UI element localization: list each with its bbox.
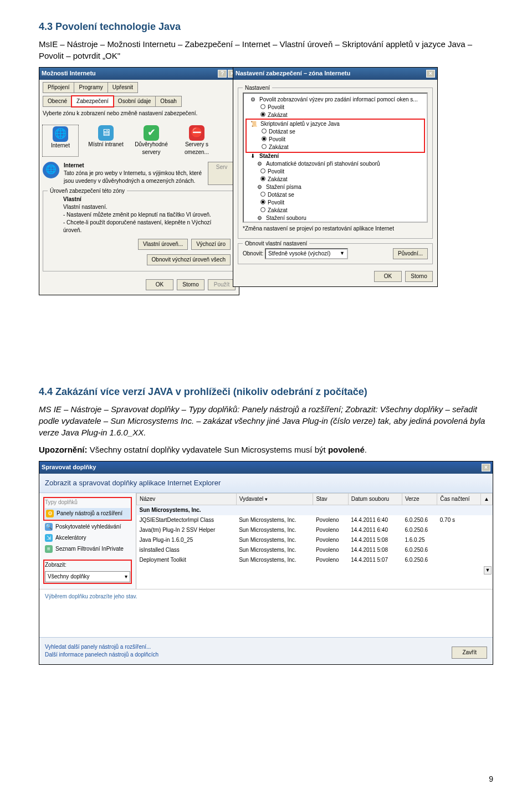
radio[interactable]: [260, 207, 265, 212]
radio[interactable]: [262, 144, 267, 149]
custom-level-button[interactable]: Vlastní úroveň...: [138, 239, 188, 250]
chevron-down-icon: ▼: [340, 250, 345, 257]
section-43-heading: 4.3 Povolení technologie Java: [39, 20, 493, 34]
close-icon[interactable]: ×: [482, 464, 490, 471]
radio[interactable]: [262, 129, 267, 134]
addons-table: Název Vydavatel ▾ Stav Datum souboru Ver…: [136, 493, 493, 565]
tab-programs[interactable]: Programy: [74, 82, 108, 93]
tabs-row-2: Obecné Zabezpečení Osobní údaje Obsah: [43, 96, 236, 106]
scroll-up-icon[interactable]: ▲: [481, 493, 493, 505]
titlebar: Nastavení zabezpečení – zóna Internetu ×: [233, 68, 437, 79]
col-name[interactable]: Název: [137, 493, 237, 505]
servers-button: Serv: [208, 162, 236, 185]
sidebar-item-inprivate[interactable]: ≡Seznam Filtrování InPrivate: [44, 543, 131, 555]
gear-icon: ⚙: [256, 184, 263, 191]
tab-advanced[interactable]: Upřesnit: [108, 82, 138, 93]
zone-internet[interactable]: 🌐 Internet: [43, 125, 78, 156]
check-icon: ✔: [144, 125, 159, 141]
settings-tree[interactable]: ⚙Povolit zobrazování výzev pro zadání in…: [243, 93, 428, 223]
sidebar-item-accel[interactable]: ⇲Akcelerátory: [44, 532, 131, 543]
addons-footer: Vyhledat další panely nástrojů a rozšíře…: [39, 637, 493, 664]
addons-sidebar: Typy doplňků ⚙Panely nástrojů a rozšířen…: [39, 493, 136, 589]
radio[interactable]: [260, 176, 265, 181]
addons-status-text: Výběrem doplňku zobrazíte jeho stav.: [39, 589, 493, 604]
close-icon[interactable]: ×: [426, 70, 435, 78]
table-row[interactable]: Java(tm) Plug-In 2 SSV HelperSun Microsy…: [137, 525, 493, 535]
sort-indicator-icon: ▾: [265, 496, 268, 502]
radio[interactable]: [260, 104, 265, 109]
table-row[interactable]: Java Plug-in 1.6.0_25Sun Microsystems, I…: [137, 535, 493, 545]
addons-list: Název Vydavatel ▾ Stav Datum souboru Ver…: [136, 493, 493, 589]
internet-options-dialog: Možnosti Internetu ? × Připojení Program…: [39, 67, 239, 295]
tab-connections[interactable]: Připojení: [43, 82, 74, 93]
more-info-link[interactable]: Další informace panelech nástrojů a dopl…: [45, 651, 158, 659]
cancel-button[interactable]: Storno: [405, 271, 433, 282]
apply-button: Použít: [208, 279, 236, 290]
dialog-composite: Možnosti Internetu ? × Připojení Program…: [39, 67, 493, 377]
zone-strip: 🌐 Internet 🖥 Místní intranet ✔ Důvěryhod…: [43, 125, 236, 156]
zone-description: 🌐 Internet Tato zóna je pro weby v Inter…: [43, 162, 236, 185]
level-desc-2: - Nastavení můžete změnit po klepnutí na…: [63, 211, 231, 219]
default-level-button[interactable]: Výchozí úro: [191, 239, 231, 250]
reset-legend: Obnovit vlastní nastavení: [243, 240, 309, 248]
dialog-title: Možnosti Internetu: [42, 69, 96, 78]
close-button[interactable]: Zavřít: [452, 647, 487, 659]
gear-icon: ⚙: [249, 96, 256, 103]
zone-restricted[interactable]: ⛔ Servery s omezen...: [179, 125, 214, 156]
forbid-icon: ⛔: [189, 125, 204, 141]
table-row[interactable]: Deployment ToolkitSun Microsystems, Inc.…: [137, 555, 493, 565]
col-filedate[interactable]: Datum souboru: [348, 493, 402, 505]
bolt-icon: ⇲: [45, 534, 53, 542]
tab-security[interactable]: Zabezpečení: [71, 96, 114, 107]
col-publisher[interactable]: Vydavatel ▾: [236, 493, 313, 505]
section-44-heading: 4.4 Zakázání více verzí JAVA v prohlížeč…: [39, 385, 493, 399]
col-loadtime[interactable]: Čas načtení: [437, 493, 481, 505]
settings-groupbox: Nastavení ⚙Povolit zobrazování výzev pro…: [238, 88, 433, 239]
security-settings-dialog: Nastavení zabezpečení – zóna Internetu ×…: [233, 67, 438, 286]
tabs-row-1: Připojení Programy Upřesnit: [43, 82, 236, 93]
sidebar-item-toolbars[interactable]: ⚙Panely nástrojů a rozšíření: [45, 508, 130, 519]
zone-prompt: Vyberte zónu k zobrazení nebo změně nast…: [43, 110, 236, 117]
sidebar-heading: Typy doplňků: [45, 499, 130, 506]
radio[interactable]: [260, 199, 265, 204]
script-icon: 📜: [250, 121, 257, 127]
group-header: Sun Microsystems, Inc.: [137, 505, 493, 515]
ok-button[interactable]: OK: [374, 271, 402, 282]
gear-icon: ⚙: [256, 161, 263, 167]
reset-button[interactable]: Původní...: [393, 248, 428, 259]
scroll-down-icon[interactable]: ▼: [484, 566, 492, 575]
col-status[interactable]: Stav: [313, 493, 348, 505]
reset-dropdown[interactable]: Středně vysoké (výchozí)▼: [265, 248, 348, 259]
level-groupbox: Úroveň zabezpečení této zóny Vlastní Vla…: [43, 191, 236, 271]
sidebar-item-search[interactable]: 🔍Poskytovatelé vyhledávání: [44, 521, 131, 532]
table-row[interactable]: JQSIEStartDetectorImpl ClassSun Microsys…: [137, 515, 493, 525]
reset-groupbox: Obnovit vlastní nastavení Obnovit: Střed…: [238, 243, 433, 264]
radio[interactable]: [262, 136, 267, 141]
level-desc-1: Vlastní nastavení.: [63, 203, 231, 211]
zone-intranet[interactable]: 🖥 Místní intranet: [88, 125, 124, 156]
chevron-down-icon: ▾: [125, 573, 127, 581]
search-icon: 🔍: [45, 523, 53, 531]
tab-general[interactable]: Obecné: [43, 96, 72, 107]
radio[interactable]: [260, 112, 265, 117]
show-dropdown[interactable]: Všechny doplňky▾: [45, 571, 130, 582]
col-version[interactable]: Verze: [402, 493, 437, 505]
restart-note: *Změna nastavení se projeví po restartov…: [243, 225, 428, 233]
help-icon[interactable]: ?: [218, 70, 227, 78]
radio[interactable]: [260, 192, 265, 197]
tab-content[interactable]: Obsah: [155, 96, 181, 107]
radio[interactable]: [260, 168, 265, 173]
ok-button[interactable]: OK: [146, 279, 173, 290]
gear-icon: ⚙: [46, 510, 54, 517]
intranet-icon: 🖥: [98, 125, 114, 141]
cancel-button[interactable]: Storno: [177, 279, 204, 290]
tab-privacy[interactable]: Osobní údaje: [113, 96, 156, 107]
section-44-body: MS IE – Nástroje – Spravovat doplňky – T…: [39, 403, 493, 438]
zone-trusted[interactable]: ✔ Důvěryhodné servery: [134, 125, 169, 156]
section-44-note: Upozornění: Všechny ostatní doplňky vyda…: [39, 444, 493, 455]
show-label: Zobrazit:: [45, 561, 130, 569]
zone-desc-text: Tato zóna je pro weby v Internetu, s výj…: [64, 170, 203, 185]
find-more-link[interactable]: Vyhledat další panely nástrojů a rozšíře…: [45, 643, 158, 651]
table-row[interactable]: isInstalled ClassSun Microsystems, Inc.P…: [137, 545, 493, 555]
reset-all-button[interactable]: Obnovit výchozí úroveň všech: [147, 254, 231, 265]
